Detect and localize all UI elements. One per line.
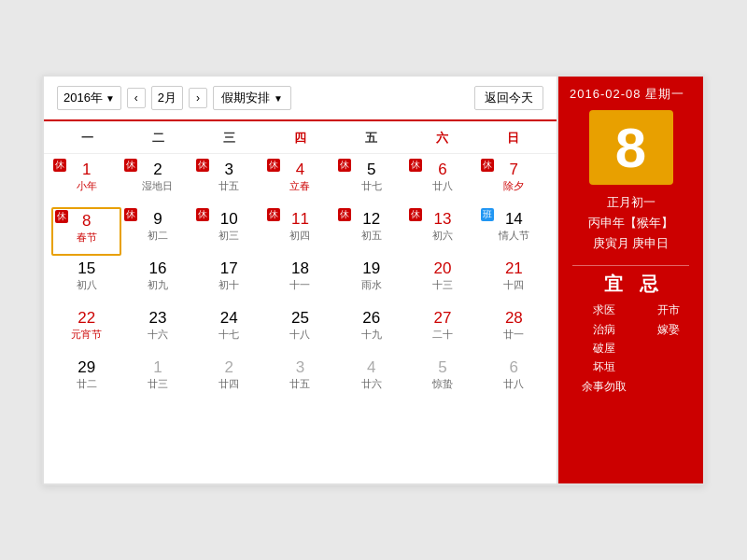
day-cell[interactable]: 休10初三 bbox=[194, 207, 264, 256]
calendar-header: 2016年 ▼ ‹ 2月 › 假期安排 ▼ 返回今天 bbox=[44, 77, 557, 121]
month-select[interactable]: 2月 bbox=[151, 86, 183, 110]
day-cell[interactable]: 28廿一 bbox=[479, 306, 549, 355]
day-cell[interactable]: 休11初四 bbox=[265, 207, 335, 256]
day-sub-label: 廿八 bbox=[409, 179, 475, 192]
yi-item: 破屋 bbox=[593, 339, 615, 357]
today-button[interactable]: 返回今天 bbox=[474, 86, 543, 110]
day-cell[interactable]: 休6廿八 bbox=[407, 158, 477, 206]
day-number: 29 bbox=[53, 358, 120, 377]
day-cell[interactable]: 15初八 bbox=[51, 257, 121, 305]
day-number: 2 bbox=[196, 358, 262, 377]
day-cell[interactable]: 5惊蛰 bbox=[407, 356, 477, 404]
day-sub-label: 十四 bbox=[481, 278, 547, 291]
day-cell[interactable]: 19雨水 bbox=[336, 257, 406, 305]
day-cell[interactable]: 休7除夕 bbox=[479, 158, 549, 206]
holiday-dropdown-icon: ▼ bbox=[274, 93, 283, 104]
day-badge: 休 bbox=[267, 159, 280, 172]
day-number: 17 bbox=[196, 259, 262, 278]
day-cell[interactable]: 休12初五 bbox=[336, 207, 406, 256]
day-badge: 休 bbox=[124, 159, 137, 172]
next-month-button[interactable]: › bbox=[189, 88, 207, 108]
day-sub-label: 廿五 bbox=[267, 377, 333, 390]
calendar-wrapper: 2016年 ▼ ‹ 2月 › 假期安排 ▼ 返回今天 一二三四五六日 休1小年休… bbox=[42, 75, 705, 485]
lunar-line2: 丙申年【猴年】 bbox=[588, 213, 673, 233]
day-cell[interactable]: 27二十 bbox=[407, 306, 477, 355]
ji-item: 开市 bbox=[657, 301, 680, 319]
day-sub-label: 湿地日 bbox=[124, 179, 190, 192]
day-badge: 休 bbox=[338, 208, 351, 221]
days-grid: 休1小年休2湿地日休3廿五休4立春休5廿七休6廿八休7除夕休8春节休9初二休10… bbox=[44, 154, 557, 412]
holiday-button[interactable]: 假期安排 ▼ bbox=[213, 86, 291, 110]
day-sub-label: 初十 bbox=[196, 278, 262, 291]
day-cell[interactable]: 休13初六 bbox=[407, 207, 477, 256]
weekday-header: 二 bbox=[122, 127, 193, 149]
day-cell[interactable]: 6廿八 bbox=[479, 356, 549, 404]
day-cell[interactable]: 休5廿七 bbox=[336, 158, 406, 206]
day-cell[interactable]: 18十一 bbox=[265, 257, 335, 305]
day-number: 26 bbox=[338, 309, 404, 328]
year-select[interactable]: 2016年 ▼ bbox=[57, 86, 121, 110]
day-badge: 休 bbox=[481, 159, 494, 172]
day-cell[interactable]: 22元宵节 bbox=[51, 306, 121, 355]
day-cell[interactable]: 休3廿五 bbox=[194, 158, 264, 206]
weekday-header: 三 bbox=[193, 127, 264, 149]
day-cell[interactable]: 1廿三 bbox=[122, 356, 192, 404]
day-cell[interactable]: 17初十 bbox=[194, 257, 264, 305]
day-sub-label: 廿六 bbox=[338, 377, 404, 390]
day-cell[interactable]: 休4立春 bbox=[265, 158, 335, 206]
day-sub-label: 十六 bbox=[124, 328, 190, 341]
day-cell[interactable]: 4廿六 bbox=[336, 356, 406, 404]
day-cell[interactable]: 休1小年 bbox=[51, 158, 121, 206]
day-sub-label: 除夕 bbox=[481, 179, 547, 192]
day-badge: 休 bbox=[196, 208, 209, 221]
day-cell[interactable]: 20十三 bbox=[407, 257, 477, 305]
day-sub-label: 雨水 bbox=[338, 278, 404, 291]
day-cell[interactable]: 24十七 bbox=[194, 306, 264, 355]
day-cell[interactable]: 23十六 bbox=[122, 306, 192, 355]
day-badge: 休 bbox=[53, 159, 66, 172]
yi-item: 余事勿取 bbox=[582, 377, 627, 396]
day-sub-label: 立春 bbox=[267, 179, 333, 192]
day-badge: 休 bbox=[124, 208, 137, 221]
day-cell[interactable]: 休2湿地日 bbox=[122, 158, 192, 206]
day-sub-label: 初六 bbox=[409, 229, 475, 242]
weekday-header: 一 bbox=[51, 127, 122, 149]
weekday-header: 六 bbox=[407, 127, 478, 149]
day-cell[interactable]: 休8春节 bbox=[51, 207, 121, 256]
day-number: 4 bbox=[338, 358, 404, 377]
month-label: 2月 bbox=[158, 90, 176, 106]
day-cell[interactable]: 21十四 bbox=[479, 257, 549, 305]
day-cell[interactable]: 29廿二 bbox=[51, 356, 121, 404]
rp-big-day: 8 bbox=[589, 110, 673, 185]
day-badge: 休 bbox=[196, 159, 209, 172]
day-number: 1 bbox=[124, 358, 190, 377]
weekday-header: 四 bbox=[264, 127, 335, 149]
day-sub-label: 初四 bbox=[267, 229, 333, 242]
day-cell[interactable]: 3廿五 bbox=[265, 356, 335, 404]
yi-items-col: 求医治病破屋坏垣余事勿取 bbox=[582, 301, 627, 396]
day-sub-label: 廿三 bbox=[124, 377, 190, 390]
day-sub-label: 初三 bbox=[196, 229, 262, 242]
rp-yi-ji-items: 求医治病破屋坏垣余事勿取 开市嫁娶 bbox=[566, 301, 696, 396]
day-number: 19 bbox=[338, 259, 404, 278]
day-cell[interactable]: 班14情人节 bbox=[479, 207, 549, 256]
day-sub-label: 春节 bbox=[55, 231, 118, 244]
day-cell[interactable]: 2廿四 bbox=[194, 356, 264, 404]
day-cell[interactable]: 休9初二 bbox=[122, 207, 192, 256]
day-sub-label: 廿八 bbox=[481, 377, 547, 390]
day-number: 20 bbox=[409, 259, 475, 278]
yi-item: 治病 bbox=[593, 320, 615, 339]
weekday-header: 五 bbox=[336, 127, 407, 149]
day-cell[interactable]: 26十九 bbox=[336, 306, 406, 355]
day-cell[interactable]: 25十八 bbox=[265, 306, 335, 355]
lunar-line3: 庚寅月 庚申日 bbox=[588, 233, 673, 254]
weekday-header: 日 bbox=[478, 127, 549, 149]
calendar-main: 2016年 ▼ ‹ 2月 › 假期安排 ▼ 返回今天 一二三四五六日 休1小年休… bbox=[44, 77, 558, 483]
day-cell[interactable]: 16初九 bbox=[122, 257, 192, 305]
day-sub-label: 廿七 bbox=[338, 179, 404, 192]
day-sub-label: 情人节 bbox=[481, 229, 547, 242]
day-number: 18 bbox=[267, 259, 333, 278]
day-sub-label: 惊蛰 bbox=[409, 377, 475, 390]
prev-month-button[interactable]: ‹ bbox=[127, 88, 146, 108]
day-badge: 休 bbox=[409, 159, 422, 172]
